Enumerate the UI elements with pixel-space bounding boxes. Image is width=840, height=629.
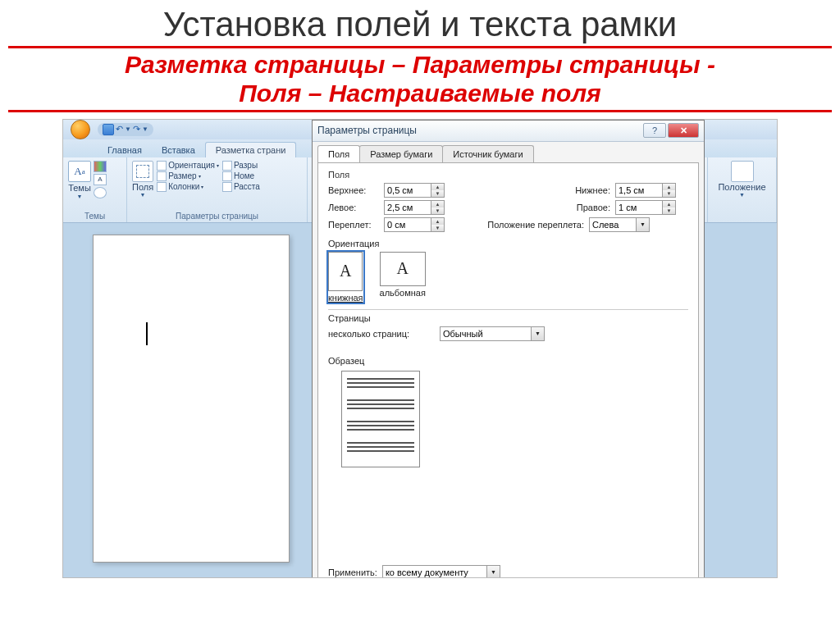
office-button[interactable]: [66, 120, 94, 139]
undo-icon[interactable]: ↶: [116, 124, 123, 134]
input-bottom-margin[interactable]: ▲▼: [615, 183, 676, 198]
rule-bottom: [8, 110, 832, 112]
dropdown-icon[interactable]: ▼: [487, 565, 500, 578]
subtitle-line1: Разметка страницы – Параметры страницы -: [125, 51, 715, 78]
themes-button[interactable]: Aa Темы ▼: [68, 161, 91, 199]
slide-subtitle: Разметка страницы – Параметры страницы -…: [0, 48, 840, 110]
document-page[interactable]: [93, 235, 290, 563]
group-position: Положение ▼: [708, 157, 777, 222]
orientation-icon: [157, 161, 167, 171]
label-right: Правое:: [504, 203, 610, 212]
tab-insert[interactable]: Вставка: [152, 143, 205, 157]
select-multiple-pages[interactable]: ▼: [440, 326, 545, 341]
spinner-down-icon[interactable]: ▼: [431, 190, 444, 197]
label-gutter: Переплет:: [328, 220, 379, 230]
landscape-label: альбомная: [380, 288, 426, 298]
spinner-up-icon[interactable]: ▲: [663, 201, 675, 207]
input-top-margin[interactable]: ▲▼: [384, 183, 445, 198]
select-gutter-pos[interactable]: ▼: [589, 217, 650, 232]
hyphenation-label: Расста: [234, 182, 260, 191]
breaks-icon: [222, 161, 232, 171]
portrait-label: книжная: [328, 293, 363, 303]
label-multiple-pages: несколько страниц:: [328, 329, 435, 339]
orientation-label: Ориентация: [168, 161, 215, 170]
dialog-title: Параметры страницы: [317, 125, 643, 136]
select-apply-to[interactable]: ▼: [382, 565, 500, 578]
dialog-tab-source[interactable]: Источник бумаги: [442, 145, 533, 162]
orientation-landscape[interactable]: A альбомная: [380, 252, 426, 303]
dialog-help-button[interactable]: ?: [643, 123, 666, 138]
margins-section-label: Поля: [328, 170, 688, 180]
columns-label: Колонки: [168, 182, 199, 191]
spinner-up-icon[interactable]: ▲: [431, 218, 444, 225]
size-button[interactable]: Размер▾: [157, 171, 219, 181]
label-left: Левое:: [328, 203, 379, 212]
dialog-titlebar[interactable]: Параметры страницы ? ✕: [313, 121, 704, 142]
multiple-pages-field[interactable]: [440, 326, 532, 341]
spinner-down-icon[interactable]: ▼: [431, 225, 444, 231]
save-icon[interactable]: [103, 124, 114, 135]
dropdown-icon[interactable]: ▼: [637, 217, 650, 232]
position-label: Положение: [718, 182, 765, 192]
line-numbers-icon: [222, 171, 232, 181]
hyphenation-icon: [222, 182, 232, 192]
tab-page-layout[interactable]: Разметка страни: [205, 142, 297, 157]
bottom-margin-field[interactable]: [615, 183, 663, 198]
orientation-portrait[interactable]: A книжная: [328, 252, 363, 303]
left-margin-field[interactable]: [384, 200, 431, 215]
dialog-tabs: Поля Размер бумаги Источник бумаги: [313, 142, 704, 162]
label-gutter-pos: Положение переплета:: [469, 220, 584, 230]
redo-icon[interactable]: ↷: [133, 124, 140, 134]
spinner-up-icon[interactable]: ▲: [431, 184, 444, 190]
office-orb-icon: [71, 120, 90, 139]
portrait-icon: A: [328, 252, 363, 291]
subtitle-line2: Поля – Настраиваемые поля: [239, 80, 601, 107]
page-setup-group-label: Параметры страницы: [132, 211, 302, 221]
breaks-button[interactable]: Разры: [222, 161, 260, 171]
theme-colors-icon[interactable]: [94, 161, 107, 172]
input-right-margin[interactable]: ▲▼: [615, 200, 676, 215]
theme-effects-icon[interactable]: [94, 187, 107, 198]
themes-icon: Aa: [68, 161, 91, 182]
right-margin-field[interactable]: [615, 200, 663, 215]
label-apply-to: Применить:: [328, 567, 377, 577]
position-button[interactable]: Положение ▼: [713, 161, 771, 198]
dialog-tab-margins[interactable]: Поля: [317, 145, 360, 162]
spinner-down-icon[interactable]: ▼: [663, 190, 675, 197]
spinner-up-icon[interactable]: ▲: [663, 184, 675, 190]
chevron-down-icon: ▼: [739, 192, 745, 198]
orientation-button[interactable]: Ориентация▾: [157, 161, 219, 171]
group-page-setup: Поля ▼ Ориентация▾ Размер▾ Колонки▾ Разр…: [127, 157, 308, 222]
columns-button[interactable]: Колонки▾: [157, 182, 219, 192]
size-label: Размер: [168, 171, 196, 180]
orientation-section-label: Ориентация: [328, 239, 688, 248]
chevron-down-icon: ▼: [77, 194, 83, 199]
spinner-up-icon[interactable]: ▲: [431, 201, 444, 207]
line-numbers-button[interactable]: Номе: [222, 171, 260, 181]
page-setup-dialog: Параметры страницы ? ✕ Поля Размер бумаг…: [312, 120, 705, 578]
margins-button[interactable]: Поля ▼: [132, 161, 153, 198]
preview-thumbnail: [341, 371, 420, 467]
spinner-down-icon[interactable]: ▼: [431, 207, 444, 214]
qat-customize-icon[interactable]: ▼: [142, 125, 148, 133]
label-bottom: Нижнее:: [504, 185, 610, 195]
theme-fonts-icon[interactable]: A: [94, 174, 107, 185]
gutter-pos-field[interactable]: [589, 217, 637, 232]
dropdown-icon[interactable]: ▼: [532, 326, 545, 341]
preview-section-label: Образец: [328, 356, 688, 366]
top-margin-field[interactable]: [384, 183, 431, 198]
text-cursor: [146, 322, 148, 345]
gutter-field[interactable]: [384, 217, 431, 232]
input-left-margin[interactable]: ▲▼: [384, 200, 445, 215]
hyphenation-button[interactable]: Расста: [222, 182, 260, 192]
dialog-tab-paper[interactable]: Размер бумаги: [359, 145, 443, 162]
apply-to-field[interactable]: [382, 565, 487, 578]
tab-home[interactable]: Главная: [98, 143, 152, 157]
group-themes: Aa Темы ▼ A Темы: [63, 157, 127, 222]
position-icon: [731, 161, 754, 182]
line-numbers-label: Номе: [234, 171, 254, 180]
input-gutter[interactable]: ▲▼: [384, 217, 445, 232]
spinner-down-icon[interactable]: ▼: [663, 207, 675, 214]
undo-dropdown-icon[interactable]: ▼: [125, 125, 131, 133]
dialog-close-button[interactable]: ✕: [668, 123, 699, 138]
